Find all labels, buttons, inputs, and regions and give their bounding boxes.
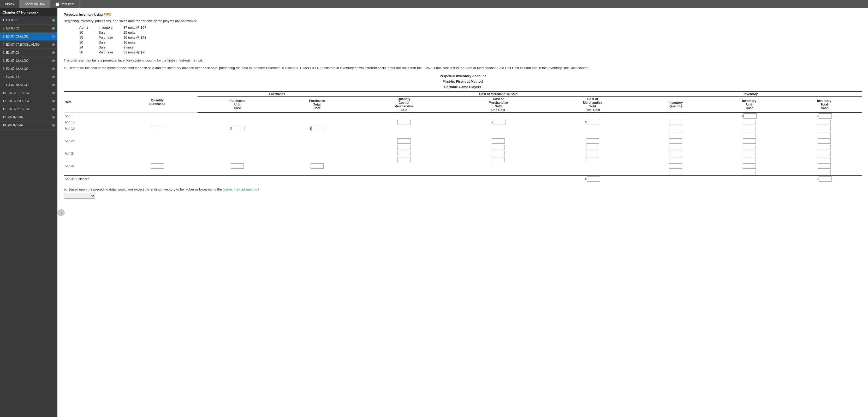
apr24-inv-total-cost-1[interactable] <box>818 151 831 156</box>
instruction-a: a. Determine the cost of the merchandise… <box>64 66 862 70</box>
apr20-inv-unit-cost-1[interactable] <box>743 138 756 144</box>
balances-merch-sold-total[interactable] <box>587 176 600 182</box>
apr15-inv-unit-cost-1[interactable] <box>743 126 756 131</box>
apr24-inv-qty-2[interactable] <box>669 157 682 162</box>
apr24-qty-sold-2[interactable] <box>398 157 410 162</box>
apr30-inv-total-cost-1[interactable] <box>818 164 831 169</box>
apr30-inv-unit-cost-1[interactable] <box>743 164 756 169</box>
apr20-inv-qty-2[interactable] <box>669 145 682 150</box>
col-inv-total-cost: InventoryTotalCost <box>787 97 862 113</box>
date-apr30: Apr. 30 <box>64 163 117 169</box>
apr15-inv-unit-cost-2[interactable] <box>743 132 756 137</box>
apr20-unit-cost-2[interactable] <box>492 145 505 150</box>
apr24-inv-qty-1[interactable] <box>669 151 682 156</box>
apr24-total-cost-2[interactable] <box>586 157 599 162</box>
sidebar-item-2[interactable]: 2. EX.07.02 <box>0 25 57 33</box>
apr20-inv-total-cost-1[interactable] <box>818 138 831 144</box>
sidebar-item-14[interactable]: 14. PR.07.04A <box>0 121 57 130</box>
col-purchases-group: Purchases <box>197 92 357 97</box>
exhibit3-link[interactable]: Exhibit 3 <box>285 66 298 70</box>
part-b-dropdown[interactable]: Higher Lower The same <box>64 193 95 199</box>
perpetual-inventory-table: Date QuantityPurchased Purchases Cost of… <box>64 91 862 182</box>
show-me-how-button[interactable]: Show Me How <box>20 0 50 8</box>
apr24-inv-unit-cost-2[interactable] <box>743 157 756 162</box>
sidebar-item-5[interactable]: 5. EX.07.08 <box>0 49 57 57</box>
apr20-qty-sold-1[interactable] <box>398 138 410 144</box>
sidebar-dot-12 <box>52 108 55 110</box>
apr10-unit-cost[interactable] <box>493 119 506 125</box>
apr30-inv-qty-1[interactable] <box>669 164 682 169</box>
part-b-section: b. Based upon the preceding data, would … <box>64 187 862 199</box>
apr10-inv-total-cost[interactable] <box>818 119 831 125</box>
sidebar-dot-4 <box>52 43 55 46</box>
apr24-total-cost-1[interactable] <box>586 151 599 156</box>
apr20-inv-unit-cost-2[interactable] <box>743 145 756 150</box>
sidebar-dot-11 <box>52 100 55 102</box>
balances-inv-total[interactable] <box>819 176 832 182</box>
apr30-inv-total-cost-2[interactable] <box>818 170 831 175</box>
col-purch-unit-cost: PurchasesUnitCost <box>197 97 277 113</box>
sidebar-item-13[interactable]: 13. PR.07.03A <box>0 113 57 121</box>
sidebar-item-9[interactable]: 9. EX.07.15.ALGO <box>0 81 57 89</box>
apr30-purch-unit-cost[interactable] <box>231 164 244 169</box>
sidebar-item-label-10: 10. EX.07.17.ALGO <box>3 91 30 95</box>
sidebar-dot-10 <box>52 92 55 94</box>
apr10-inv-unit-cost[interactable] <box>743 119 756 125</box>
sidebar-item-12[interactable]: 12. EX.07.21.ALGO <box>0 105 57 113</box>
sidebar-item-1[interactable]: 1. EX.07.01 <box>0 16 57 25</box>
lifo-link[interactable]: last-in, first-out method <box>223 187 257 191</box>
apr24-inv-total-cost-2[interactable] <box>818 157 831 162</box>
apr10-inv-qty[interactable] <box>669 119 682 125</box>
apr30-qty-purchased[interactable] <box>151 164 164 169</box>
col-inv-qty: InventoryQuantity <box>640 97 712 113</box>
sidebar-item-label-5: 5. EX.07.08 <box>3 51 19 55</box>
apr24-unit-cost-2[interactable] <box>492 157 505 162</box>
apr20-inv-qty-1[interactable] <box>669 138 682 144</box>
sidebar-item-7[interactable]: 7. EX.07.13.ALGO <box>0 65 57 73</box>
sidebar-dot-13 <box>52 116 55 118</box>
sidebar-item-label-14: 14. PR.07.04A <box>3 124 23 127</box>
apr15-purch-unit-cost[interactable] <box>232 126 245 131</box>
apr20-qty-sold-2[interactable] <box>398 145 410 150</box>
sidebar-item-3[interactable]: 3. EX.07.03.ALGO <box>0 33 57 41</box>
col-merch-sold-unit-cost: Cost ofMerchandiseSoldUnit Cost <box>451 97 546 113</box>
apr10-total-cost[interactable] <box>587 119 600 125</box>
sidebar-item-10[interactable]: 10. EX.07.17.ALGO <box>0 89 57 97</box>
apr20-total-cost-2[interactable] <box>586 145 599 150</box>
apr30-inv-unit-cost-2[interactable] <box>743 170 756 175</box>
inventory-list-row: 15 Purchase 16 units @ $71 <box>79 35 146 40</box>
apr20-total-cost-1[interactable] <box>586 138 599 144</box>
sidebar-dot-6 <box>52 60 55 62</box>
sidebar-item-4[interactable]: 4. EX.07.07.EXCEL.ALGO <box>0 41 57 49</box>
apr15-inv-total-cost-1[interactable] <box>818 126 831 131</box>
table-row-apr10: Apr. 10 $ $ <box>64 119 862 125</box>
instruction-b: b. Based upon the preceding data, would … <box>64 187 862 191</box>
apr30-purch-total-cost[interactable] <box>311 164 323 169</box>
apr1-inv-unit-cost[interactable] <box>744 113 756 118</box>
sidebar-collapse-button[interactable]: ‹ <box>57 209 65 216</box>
apr24-inv-unit-cost-1[interactable] <box>743 151 756 156</box>
fifo-link[interactable]: FIFO <box>103 12 112 16</box>
sidebar-item-8[interactable]: 8. EX.07.14 <box>0 73 57 81</box>
sidebar-item-11[interactable]: 11. EX.07.20.ALGO <box>0 97 57 105</box>
apr15-inv-total-cost-2[interactable] <box>818 132 831 137</box>
apr15-inv-qty-2[interactable] <box>669 132 682 137</box>
apr20-unit-cost-1[interactable] <box>492 138 505 144</box>
apr15-purch-total-cost[interactable] <box>311 126 324 131</box>
sidebar-item-label-6: 6. EX.07.12.ALGO <box>3 59 28 63</box>
sidebar-item-6[interactable]: 6. EX.07.12.ALGO <box>0 57 57 65</box>
apr10-qty-sold[interactable] <box>398 119 410 125</box>
print-item-label: Print Item <box>61 2 74 6</box>
apr15-inv-qty-1[interactable] <box>669 126 682 131</box>
apr15-qty-purchased[interactable] <box>151 126 164 131</box>
apr24-unit-cost-1[interactable] <box>492 151 505 156</box>
ebook-button[interactable]: eBook <box>0 0 20 8</box>
apr24-qty-sold-1[interactable] <box>398 151 410 156</box>
apr30-inv-qty-2[interactable] <box>669 170 682 175</box>
date-apr15: Apr. 15 <box>64 125 117 132</box>
apr1-inv-total-cost[interactable] <box>819 113 832 118</box>
print-item-button[interactable]: Print Item <box>50 0 79 8</box>
apr20-inv-total-cost-2[interactable] <box>818 145 831 150</box>
sidebar-item-label-7: 7. EX.07.13.ALGO <box>3 67 28 71</box>
print-checkbox-icon <box>56 3 59 6</box>
